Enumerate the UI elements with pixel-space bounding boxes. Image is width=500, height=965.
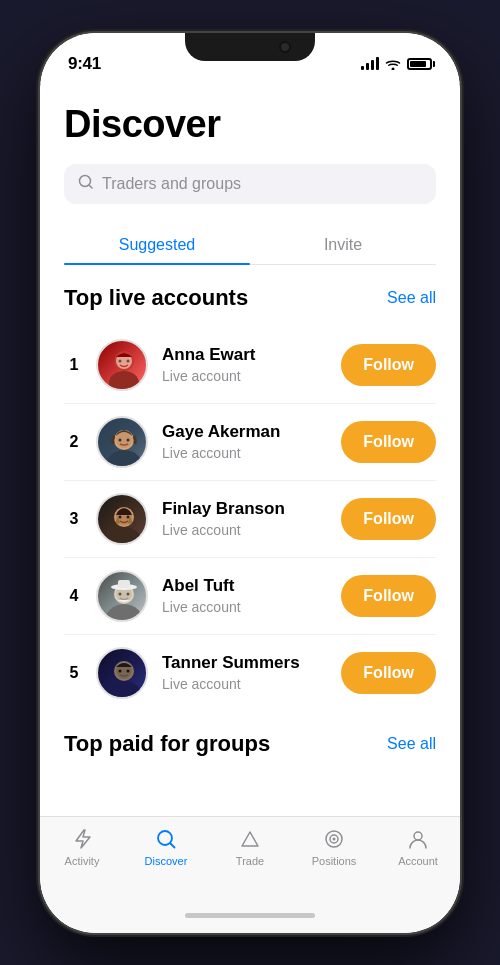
table-row: 5 [64, 635, 436, 711]
svg-point-5 [127, 359, 130, 362]
nav-item-positions[interactable]: Positions [292, 827, 376, 867]
nav-label-account: Account [398, 855, 438, 867]
trader-name: Gaye Akerman [162, 422, 341, 442]
trader-rank: 5 [64, 664, 84, 682]
trader-info: Finlay Branson Live account [162, 499, 341, 538]
trader-rank: 2 [64, 433, 84, 451]
follow-button[interactable]: Follow [341, 498, 436, 540]
trader-info: Gaye Akerman Live account [162, 422, 341, 461]
follow-button[interactable]: Follow [341, 575, 436, 617]
search-bar[interactable]: Traders and groups [64, 164, 436, 204]
trader-type: Live account [162, 676, 341, 692]
home-bar [185, 913, 315, 918]
trader-list: 1 [64, 327, 436, 711]
tabs: Suggested Invite [64, 226, 436, 265]
trader-rank: 4 [64, 587, 84, 605]
status-time: 9:41 [68, 54, 101, 74]
tab-invite[interactable]: Invite [250, 226, 436, 264]
nav-label-activity: Activity [65, 855, 100, 867]
svg-point-6 [104, 450, 144, 468]
trader-name: Finlay Branson [162, 499, 341, 519]
trader-name: Abel Tuft [162, 576, 341, 596]
table-row: 4 [64, 558, 436, 635]
nav-label-trade: Trade [236, 855, 264, 867]
svg-point-22 [127, 592, 130, 595]
svg-point-4 [119, 359, 122, 362]
phone-frame: 9:41 [40, 33, 460, 933]
phone-wrapper: 9:41 [0, 0, 500, 965]
trader-type: Live account [162, 368, 341, 384]
search-icon [78, 174, 94, 194]
trader-type: Live account [162, 522, 341, 538]
search-placeholder[interactable]: Traders and groups [102, 175, 241, 193]
nav-label-positions: Positions [312, 855, 357, 867]
svg-point-31 [333, 837, 336, 840]
battery-icon [407, 58, 432, 70]
status-icons [361, 57, 432, 70]
trader-name: Anna Ewart [162, 345, 341, 365]
svg-point-27 [127, 669, 130, 672]
bottom-see-all-button[interactable]: See all [387, 735, 436, 753]
trader-rank: 3 [64, 510, 84, 528]
notch [185, 33, 315, 61]
nav-item-activity[interactable]: Activity [40, 827, 124, 867]
bottom-section-preview: Top paid for groups See all [64, 711, 436, 765]
bottom-section-header: Top paid for groups See all [64, 731, 436, 757]
phone-screen: 9:41 [40, 33, 460, 933]
bottom-section-title: Top paid for groups [64, 731, 270, 757]
svg-point-14 [119, 515, 122, 518]
svg-point-15 [127, 515, 130, 518]
follow-button[interactable]: Follow [341, 652, 436, 694]
see-all-button[interactable]: See all [387, 289, 436, 307]
scroll-content[interactable]: Discover Traders and groups [40, 83, 460, 816]
avatar [96, 647, 148, 699]
main-content: Discover Traders and groups [40, 83, 460, 765]
svg-rect-20 [118, 580, 130, 588]
trader-type: Live account [162, 445, 341, 461]
nav-item-discover[interactable]: Discover [124, 827, 208, 867]
page-title: Discover [64, 83, 436, 164]
trader-info: Anna Ewart Live account [162, 345, 341, 384]
target-icon [322, 827, 346, 851]
nav-label-discover: Discover [145, 855, 188, 867]
status-bar: 9:41 [40, 33, 460, 83]
bottom-nav: Activity Discover [40, 816, 460, 899]
svg-point-2 [109, 371, 139, 391]
svg-point-21 [119, 592, 122, 595]
svg-point-26 [119, 669, 122, 672]
bolt-icon [70, 827, 94, 851]
svg-point-16 [104, 604, 144, 622]
nav-item-trade[interactable]: Trade [208, 827, 292, 867]
section-title: Top live accounts [64, 285, 248, 311]
trader-rank: 1 [64, 356, 84, 374]
follow-button[interactable]: Follow [341, 344, 436, 386]
table-row: 3 [64, 481, 436, 558]
trader-info: Abel Tuft Live account [162, 576, 341, 615]
notch-camera [279, 41, 291, 53]
avatar [96, 493, 148, 545]
home-indicator [40, 899, 460, 933]
trade-icon [238, 827, 262, 851]
trader-name: Tanner Summers [162, 653, 341, 673]
svg-point-10 [127, 438, 130, 441]
trader-info: Tanner Summers Live account [162, 653, 341, 692]
avatar [96, 570, 148, 622]
search-nav-icon [154, 827, 178, 851]
signal-icon [361, 57, 379, 70]
svg-point-23 [104, 681, 144, 699]
follow-button[interactable]: Follow [341, 421, 436, 463]
table-row: 2 [64, 404, 436, 481]
battery-fill [410, 61, 426, 67]
tab-suggested[interactable]: Suggested [64, 226, 250, 264]
trader-type: Live account [162, 599, 341, 615]
table-row: 1 [64, 327, 436, 404]
avatar [96, 339, 148, 391]
svg-point-9 [119, 438, 122, 441]
svg-point-32 [414, 832, 422, 840]
svg-point-11 [104, 527, 144, 545]
top-live-section-header: Top live accounts See all [64, 285, 436, 311]
nav-item-account[interactable]: Account [376, 827, 460, 867]
person-icon [406, 827, 430, 851]
wifi-icon [385, 58, 401, 70]
avatar [96, 416, 148, 468]
